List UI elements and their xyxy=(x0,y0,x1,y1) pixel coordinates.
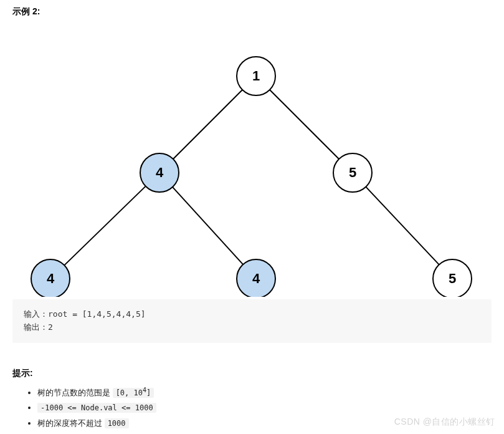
tree-node: 5 xyxy=(433,259,472,297)
hint-code: 1000 xyxy=(105,418,129,428)
hint-item-2: -1000 <= Node.val <= 1000 xyxy=(37,400,492,416)
output-label: 输出： xyxy=(24,322,48,332)
output-value: 2 xyxy=(48,322,53,332)
tree-node: 4 xyxy=(140,153,179,192)
input-line: 输入：root = [1,4,5,4,4,5] xyxy=(24,308,480,321)
tree-edge xyxy=(173,90,242,159)
tree-node: 4 xyxy=(31,259,70,297)
tree-edge xyxy=(366,187,439,265)
tree-node: 5 xyxy=(333,153,372,192)
example-label: 示例 2: xyxy=(12,6,492,17)
code-example-box: 输入：root = [1,4,5,4,4,5] 输出：2 xyxy=(12,299,492,343)
hint-code: -1000 <= Node.val <= 1000 xyxy=(37,403,156,413)
hint-text: 树的深度将不超过 xyxy=(37,418,102,428)
tree-node-value: 4 xyxy=(47,271,55,286)
output-line: 输出：2 xyxy=(24,321,480,334)
hint-item-3: 树的深度将不超过 1000 xyxy=(37,416,492,432)
tree-node-value: 4 xyxy=(252,271,260,286)
hint-item-1: 树的节点数的范围是 [0, 104] xyxy=(37,384,492,401)
tree-svg: 145445 xyxy=(12,22,492,297)
tree-node-value: 4 xyxy=(156,165,164,180)
tree-node-value: 5 xyxy=(349,165,356,180)
tree-edge xyxy=(173,187,243,264)
input-value: root = [1,4,5,4,4,5] xyxy=(48,309,146,319)
tree-node-value: 5 xyxy=(449,271,456,286)
tree-node: 4 xyxy=(237,259,275,297)
hint-code: [0, 104] xyxy=(113,388,155,398)
hints-label: 提示: xyxy=(12,368,492,379)
tree-edge xyxy=(64,186,146,266)
tree-edge xyxy=(270,90,339,159)
tree-diagram: 145445 xyxy=(12,22,492,297)
input-label: 输入： xyxy=(24,309,48,319)
hint-text: 树的节点数的范围是 xyxy=(37,388,110,397)
hints-list: 树的节点数的范围是 [0, 104] -1000 <= Node.val <= … xyxy=(12,384,492,432)
tree-node: 1 xyxy=(237,57,275,95)
tree-node-value: 1 xyxy=(252,68,260,84)
